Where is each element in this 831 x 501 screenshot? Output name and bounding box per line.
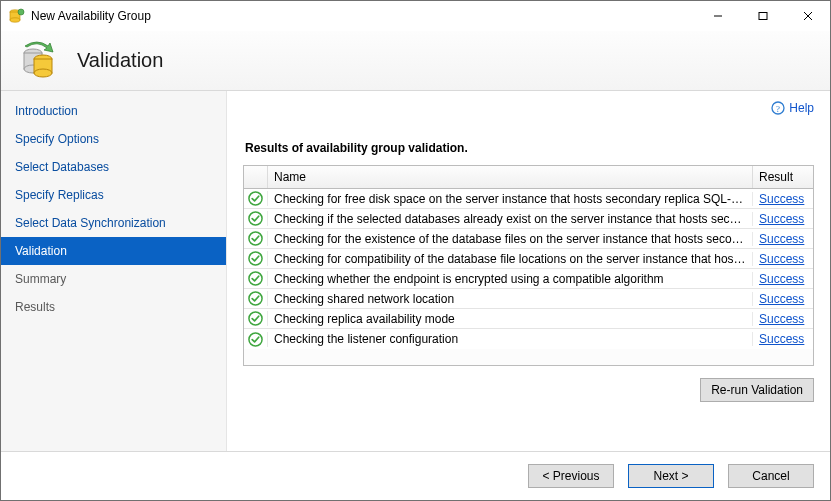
svg-point-15 bbox=[249, 232, 262, 245]
window-title: New Availability Group bbox=[31, 9, 151, 23]
table-row[interactable]: Checking replica availability modeSucces… bbox=[244, 309, 813, 329]
validation-check-name: Checking replica availability mode bbox=[268, 312, 753, 326]
nav-item-select-databases[interactable]: Select Databases bbox=[1, 153, 226, 181]
wizard-footer: < Previous Next > Cancel bbox=[1, 451, 830, 500]
svg-point-2 bbox=[10, 18, 20, 22]
nav-item-validation[interactable]: Validation bbox=[1, 237, 226, 265]
nav-item-specify-replicas[interactable]: Specify Replicas bbox=[1, 181, 226, 209]
svg-text:?: ? bbox=[776, 104, 780, 114]
nav-item-introduction[interactable]: Introduction bbox=[1, 97, 226, 125]
validation-check-name: Checking the listener configuration bbox=[268, 332, 753, 346]
svg-point-18 bbox=[249, 292, 262, 305]
success-icon bbox=[244, 231, 268, 246]
previous-button[interactable]: < Previous bbox=[528, 464, 614, 488]
table-row[interactable]: Checking for compatibility of the databa… bbox=[244, 249, 813, 269]
result-link[interactable]: Success bbox=[759, 212, 804, 226]
svg-point-20 bbox=[249, 332, 262, 345]
result-link[interactable]: Success bbox=[759, 272, 804, 286]
nav-item-select-data-synchronization[interactable]: Select Data Synchronization bbox=[1, 209, 226, 237]
titlebar: New Availability Group bbox=[1, 1, 830, 31]
svg-point-17 bbox=[249, 272, 262, 285]
cancel-button[interactable]: Cancel bbox=[728, 464, 814, 488]
validation-check-name: Checking for compatibility of the databa… bbox=[268, 252, 753, 266]
table-row[interactable]: Checking for free disk space on the serv… bbox=[244, 189, 813, 209]
table-row[interactable]: Checking shared network locationSuccess bbox=[244, 289, 813, 309]
validation-icon bbox=[19, 41, 59, 81]
svg-point-19 bbox=[249, 312, 262, 325]
next-button[interactable]: Next > bbox=[628, 464, 714, 488]
column-header-result[interactable]: Result bbox=[753, 166, 813, 188]
column-header-name[interactable]: Name bbox=[268, 166, 753, 188]
nav-item-specify-options[interactable]: Specify Options bbox=[1, 125, 226, 153]
table-row[interactable]: Checking if the selected databases alrea… bbox=[244, 209, 813, 229]
app-icon bbox=[9, 8, 25, 24]
help-icon: ? bbox=[771, 101, 785, 115]
result-link[interactable]: Success bbox=[759, 312, 804, 326]
svg-point-3 bbox=[18, 9, 24, 15]
maximize-button[interactable] bbox=[740, 1, 785, 31]
svg-point-13 bbox=[249, 192, 262, 205]
success-icon bbox=[244, 311, 268, 326]
content-pane: ? Help Results of availability group val… bbox=[227, 91, 830, 451]
svg-point-16 bbox=[249, 252, 262, 265]
help-link[interactable]: ? Help bbox=[771, 101, 814, 115]
table-row[interactable]: Checking the listener configurationSucce… bbox=[244, 329, 813, 349]
minimize-button[interactable] bbox=[695, 1, 740, 31]
validation-check-name: Checking for the existence of the databa… bbox=[268, 232, 753, 246]
validation-check-name: Checking if the selected databases alrea… bbox=[268, 212, 753, 226]
wizard-nav: IntroductionSpecify OptionsSelect Databa… bbox=[1, 91, 227, 451]
success-icon bbox=[244, 211, 268, 226]
success-icon bbox=[244, 271, 268, 286]
success-icon bbox=[244, 332, 268, 347]
validation-check-name: Checking whether the endpoint is encrypt… bbox=[268, 272, 753, 286]
validation-grid: Name Result Checking for free disk space… bbox=[243, 165, 814, 366]
table-row[interactable]: Checking for the existence of the databa… bbox=[244, 229, 813, 249]
wizard-header: Validation bbox=[1, 31, 830, 91]
svg-point-10 bbox=[34, 69, 52, 77]
validation-check-name: Checking shared network location bbox=[268, 292, 753, 306]
nav-item-results[interactable]: Results bbox=[1, 293, 226, 321]
result-link[interactable]: Success bbox=[759, 192, 804, 206]
dialog-window: New Availability Group bbox=[0, 0, 831, 501]
result-link[interactable]: Success bbox=[759, 292, 804, 306]
wizard-step-title: Validation bbox=[77, 49, 163, 72]
result-link[interactable]: Success bbox=[759, 252, 804, 266]
result-link[interactable]: Success bbox=[759, 332, 804, 346]
validation-check-name: Checking for free disk space on the serv… bbox=[268, 192, 753, 206]
svg-rect-4 bbox=[759, 13, 767, 20]
nav-item-summary[interactable]: Summary bbox=[1, 265, 226, 293]
help-label: Help bbox=[789, 101, 814, 115]
success-icon bbox=[244, 251, 268, 266]
result-link[interactable]: Success bbox=[759, 232, 804, 246]
svg-point-14 bbox=[249, 212, 262, 225]
table-row[interactable]: Checking whether the endpoint is encrypt… bbox=[244, 269, 813, 289]
success-icon bbox=[244, 191, 268, 206]
rerun-validation-button[interactable]: Re-run Validation bbox=[700, 378, 814, 402]
success-icon bbox=[244, 291, 268, 306]
close-button[interactable] bbox=[785, 1, 830, 31]
results-heading: Results of availability group validation… bbox=[243, 119, 814, 165]
grid-header: Name Result bbox=[244, 166, 813, 189]
